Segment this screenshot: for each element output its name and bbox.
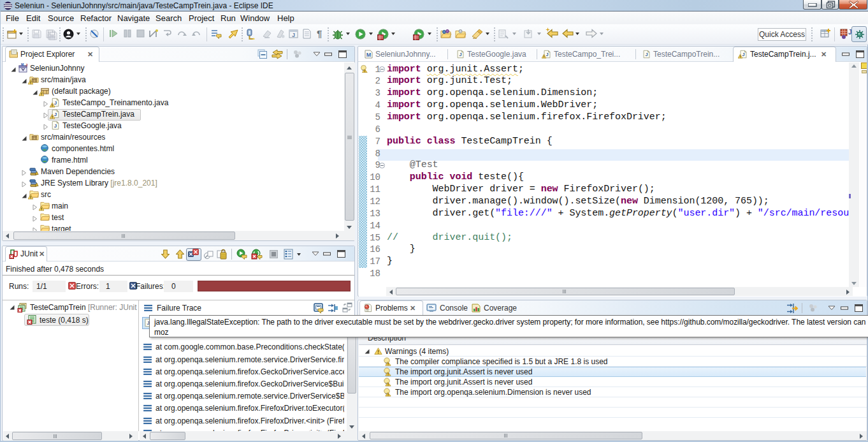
svg-text:M: M: [366, 52, 372, 58]
svg-text:J: J: [292, 32, 295, 38]
